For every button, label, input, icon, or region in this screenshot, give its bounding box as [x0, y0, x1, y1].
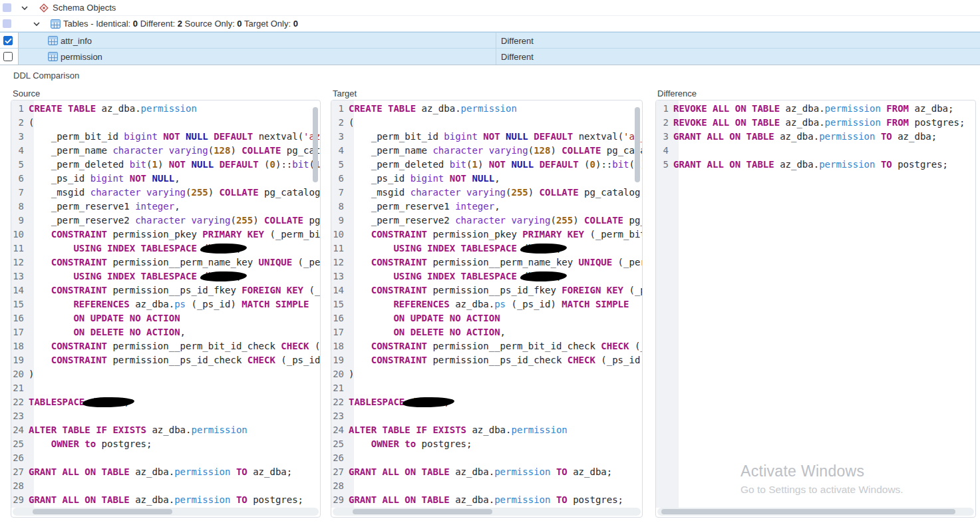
chevron-down-icon[interactable]	[21, 5, 29, 11]
column-divider	[496, 33, 496, 48]
horizontal-scrollbar-track[interactable]	[333, 508, 641, 516]
table-name: permission	[61, 49, 102, 65]
redaction-mark: dbazdb,	[202, 242, 242, 256]
ddl-panel: Difference 1REVOKE ALL ON TABLE az_dba.p…	[655, 88, 976, 518]
ddl-panel: Source 1CREATE TABLE az_dba.permission2(…	[11, 88, 321, 518]
panel-label: Source	[13, 88, 40, 98]
sql-code[interactable]: 1CREATE TABLE az_dba.permission2(3 _perm…	[11, 102, 320, 517]
vertical-scrollbar[interactable]	[635, 107, 640, 182]
table-icon	[48, 36, 58, 45]
sql-editor[interactable]: 1CREATE TABLE az_dba.permission2(3 _perm…	[11, 100, 321, 518]
row-checkbox-cell	[0, 49, 19, 65]
table-row[interactable]: permission Different	[0, 49, 980, 65]
table-row[interactable]: attr_info Different	[0, 32, 980, 49]
tables-group-checkbox[interactable]	[3, 19, 11, 28]
row-checkbox-cell	[0, 33, 19, 48]
tables-summary-label: Tables - Identical: 0 Different: 2 Sourc…	[63, 16, 298, 32]
table-icon	[48, 52, 58, 61]
redaction-mark: dbazdb,	[522, 269, 562, 283]
redaction-mark: dbazdb,	[522, 242, 562, 256]
horizontal-scrollbar-thumb[interactable]	[33, 509, 172, 514]
redaction-mark: dbazdb,	[202, 269, 242, 283]
row-checkbox[interactable]	[3, 52, 13, 61]
sql-code[interactable]: 1CREATE TABLE az_dba.permission2(3 _perm…	[331, 102, 642, 517]
status-badge: Different	[501, 49, 534, 65]
schema-objects-icon	[39, 3, 49, 13]
redaction-mark: dbazdb;	[84, 395, 129, 409]
status-badge: Different	[501, 33, 534, 49]
chevron-down-icon[interactable]	[33, 21, 41, 27]
sql-editor[interactable]: 1CREATE TABLE az_dba.permission2(3 _perm…	[331, 100, 643, 518]
horizontal-scrollbar-thumb[interactable]	[661, 509, 955, 514]
ddl-panel: Target 1CREATE TABLE az_dba.permission2(…	[331, 88, 643, 518]
horizontal-scrollbar-track[interactable]	[657, 508, 974, 516]
ddl-comparison-title: DDL Comparison	[13, 71, 79, 81]
schema-objects-label: Schema Objects	[53, 0, 116, 16]
table-name: attr_info	[61, 33, 92, 49]
schema-objects-checkbox[interactable]	[3, 3, 11, 12]
horizontal-scrollbar-thumb[interactable]	[353, 509, 492, 514]
row-checkbox[interactable]	[3, 36, 13, 45]
tables-icon	[51, 19, 61, 29]
sql-code[interactable]: 1REVOKE ALL ON TABLE az_dba.permission F…	[656, 102, 975, 517]
column-divider	[496, 49, 496, 65]
vertical-scrollbar[interactable]	[313, 107, 318, 182]
sql-editor[interactable]: 1REVOKE ALL ON TABLE az_dba.permission F…	[655, 100, 976, 518]
panel-label: Target	[333, 88, 357, 98]
horizontal-scrollbar-track[interactable]	[13, 508, 319, 516]
panel-label: Difference	[657, 88, 697, 98]
tree-row-schema-objects[interactable]: Schema Objects	[0, 0, 980, 16]
redaction-mark: dbazdb;	[405, 395, 449, 409]
tree-row-tables-group[interactable]: Tables - Identical: 0 Different: 2 Sourc…	[0, 16, 980, 32]
